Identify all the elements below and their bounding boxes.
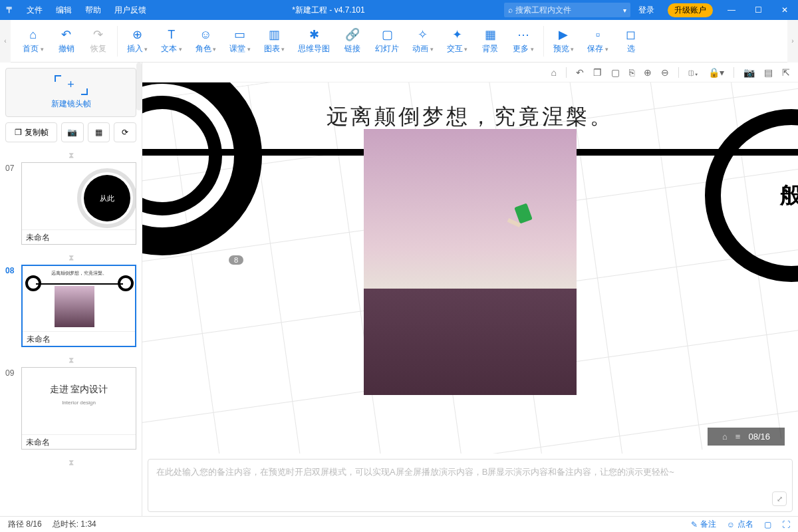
- clipboard-icon[interactable]: ⎘: [629, 67, 634, 78]
- qr-button[interactable]: ▦: [88, 122, 110, 142]
- home-small-icon[interactable]: ⌂: [722, 432, 728, 442]
- export-icon[interactable]: ⇱: [782, 67, 790, 78]
- camera-icon: 📷: [67, 128, 77, 137]
- zoom-out-icon[interactable]: ⊖: [661, 67, 669, 78]
- 首页-icon: ⌂: [26, 27, 41, 42]
- rotate-left-icon[interactable]: ↶: [576, 67, 584, 78]
- 背景-icon: ▦: [483, 27, 497, 42]
- 课堂-icon: ▭: [233, 27, 247, 42]
- ribbon-scroll-left[interactable]: ‹: [0, 20, 11, 63]
- marker-badge[interactable]: 8: [229, 255, 243, 265]
- ribbon-toolbar: ‹ ⌂首页↶撤销↷恢复⊕插入T文本☺角色▭课堂▥图表✱思维导图🔗链接▢幻灯片✧动…: [0, 20, 798, 63]
- minimize-button[interactable]: —: [718, 0, 745, 20]
- 更多-icon: ⋯: [516, 27, 531, 42]
- menu-edit[interactable]: 编辑: [49, 0, 78, 20]
- ribbon-思维导图[interactable]: ✱思维导图: [291, 21, 336, 62]
- 交互-icon: ✦: [450, 27, 464, 42]
- ribbon-首页[interactable]: ⌂首页: [16, 21, 51, 62]
- search-icon: ⌕: [508, 5, 513, 15]
- 动画-icon: ✧: [416, 27, 430, 42]
- upgrade-button[interactable]: 升级账户: [668, 3, 713, 17]
- notes-placeholder: 在此处输入您的备注内容，在预览时开启双屏模式，可以实现A屏全屏播放演示内容，B屏…: [156, 467, 674, 477]
- chevron-down-icon[interactable]: ▾: [623, 7, 626, 14]
- slide-thumb-08[interactable]: 08 远离颠倒梦想，究竟涅槃。未命名: [5, 265, 136, 347]
- 恢复-icon: ↷: [91, 27, 106, 42]
- slide-headline[interactable]: 远离颠倒梦想，究竟涅槃。: [142, 102, 798, 132]
- search-box[interactable]: ⌕ ▾: [504, 3, 630, 17]
- expand-notes-button[interactable]: ⤢: [772, 491, 787, 506]
- ribbon-幻灯片[interactable]: ▢幻灯片: [368, 21, 406, 62]
- layers-icon[interactable]: ▤: [764, 67, 773, 78]
- notes-area[interactable]: 在此处输入您的备注内容，在预览时开启双屏模式，可以实现A屏全屏播放演示内容，B屏…: [148, 459, 793, 512]
- status-path: 路径 8/16: [8, 519, 42, 530]
- 图表-icon: ▥: [267, 27, 281, 42]
- close-button[interactable]: ✕: [771, 0, 798, 20]
- status-duration: 总时长: 1:34: [53, 519, 96, 530]
- ribbon-选[interactable]: ◻选: [615, 21, 647, 62]
- ribbon-图表[interactable]: ▥图表: [257, 21, 292, 62]
- search-input[interactable]: [515, 5, 620, 15]
- paste-icon[interactable]: ▢: [611, 67, 620, 78]
- slide-image[interactable]: [364, 129, 577, 395]
- lock-icon[interactable]: 🔒▾: [708, 67, 724, 78]
- zoom-in-icon[interactable]: ⊕: [644, 67, 652, 78]
- title-bar: 〒 文件 编辑 帮助 用户反馈 *新建工程 - v4.7.101 ⌕ ▾ 登录 …: [0, 0, 798, 20]
- ribbon-撤销[interactable]: ↶撤销: [51, 21, 82, 62]
- hourglass-icon: ⧗: [5, 148, 136, 162]
- bar-small-icon[interactable]: ≡: [735, 432, 741, 442]
- side-scrollbar[interactable]: [136, 63, 142, 110]
- ribbon-更多[interactable]: ⋯更多: [506, 21, 541, 62]
- side-panel: + 新建镜头帧 ❐ 复制帧 📷 ▦ ⟳ ⧗ 07 从此未命名 ⧗ 08 远离颠倒…: [0, 63, 142, 516]
- slide-thumb-07[interactable]: 07 从此未命名: [5, 162, 136, 245]
- qr-icon: ▦: [95, 128, 102, 137]
- plus-icon: +: [67, 78, 74, 92]
- ribbon-保存[interactable]: ▫保存: [581, 21, 615, 62]
- refresh-button[interactable]: ⟳: [114, 122, 136, 142]
- window-title: *新建工程 - v4.7.101: [153, 5, 504, 16]
- new-frame-button[interactable]: + 新建镜头帧: [5, 68, 136, 117]
- align-icon[interactable]: ⎅▾: [688, 67, 699, 78]
- ribbon-预览[interactable]: ▶预览: [547, 21, 581, 62]
- ribbon-动画[interactable]: ✧动画: [406, 21, 440, 62]
- 预览-icon: ▶: [556, 27, 571, 42]
- camera-button[interactable]: 📷: [61, 122, 84, 142]
- copy-frame-button[interactable]: ❐ 复制帧: [5, 122, 57, 142]
- ribbon-链接[interactable]: 🔗链接: [336, 21, 368, 62]
- 文本-icon: T: [164, 27, 179, 42]
- maximize-button[interactable]: ☐: [745, 0, 771, 20]
- 插入-icon: ⊕: [130, 27, 144, 42]
- page-indicator: ⌂ ≡ 08/16: [708, 428, 785, 446]
- snapshot-icon[interactable]: 📷: [743, 67, 755, 78]
- 幻灯片-icon: ▢: [380, 27, 394, 42]
- ribbon-scroll-right[interactable]: ›: [787, 20, 798, 63]
- status-play-icon[interactable]: ▢: [764, 520, 771, 529]
- ribbon-角色[interactable]: ☺角色: [189, 21, 223, 62]
- ribbon-文本[interactable]: T文本: [154, 21, 189, 62]
- ribbon-插入[interactable]: ⊕插入: [120, 21, 155, 62]
- app-logo-icon: 〒: [0, 5, 20, 16]
- ribbon-背景[interactable]: ▦背景: [474, 21, 506, 62]
- 角色-icon: ☺: [198, 27, 213, 42]
- hourglass-icon: ⧗: [5, 352, 136, 367]
- ribbon-恢复: ↷恢复: [82, 21, 114, 62]
- canvas-area[interactable]: ‹ 般 远离颠倒梦想，究竟涅槃。 8 ⌂ ≡ 08/16: [142, 82, 798, 454]
- 撤销-icon: ↶: [59, 27, 74, 42]
- login-button[interactable]: 登录: [630, 5, 662, 16]
- canvas-toolbar: ⌂ ↶ ❐ ▢ ⎘ ⊕ ⊖ ⎅▾ 🔒▾ 📷 ▤ ⇱: [142, 63, 798, 82]
- rollcall-button[interactable]: ☺ 点名: [727, 519, 753, 530]
- menu-feedback[interactable]: 用户反馈: [108, 0, 153, 20]
- slide-thumbnails: ⧗ 07 从此未命名 ⧗ 08 远离颠倒梦想，究竟涅槃。未命名 ⧗ 09 走进 …: [0, 148, 142, 516]
- 链接-icon: 🔗: [345, 27, 360, 42]
- ribbon-课堂[interactable]: ▭课堂: [223, 21, 257, 62]
- slide-thumb-09[interactable]: 09 走进 室内设计Interior design未命名: [5, 367, 136, 450]
- refresh-icon: ⟳: [122, 128, 128, 137]
- status-fullscreen-icon[interactable]: ⛶: [782, 520, 790, 529]
- ribbon-交互[interactable]: ✦交互: [440, 21, 475, 62]
- notes-toggle-button[interactable]: ✎ 备注: [691, 519, 716, 530]
- status-bar: 路径 8/16 总时长: 1:34 ✎ 备注 ☺ 点名 ▢ ⛶: [0, 516, 798, 532]
- hourglass-icon: ⧗: [5, 455, 136, 469]
- home-icon[interactable]: ⌂: [551, 67, 557, 78]
- copy-icon[interactable]: ❐: [593, 67, 602, 78]
- menu-help[interactable]: 帮助: [78, 0, 108, 20]
- menu-file[interactable]: 文件: [20, 0, 49, 20]
